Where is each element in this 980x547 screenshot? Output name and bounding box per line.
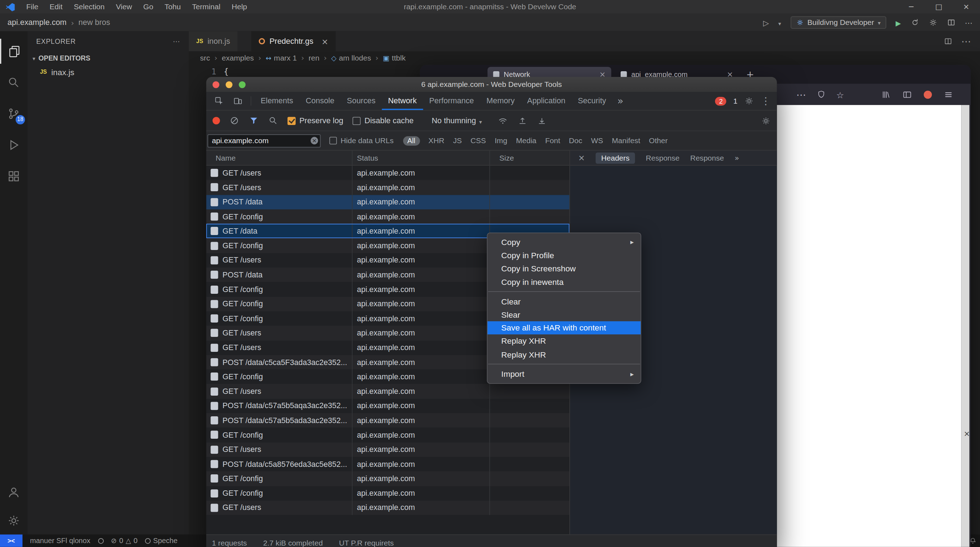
request-row[interactable]: POST /data/c5a8576eda3ac5e852... api.exa… [206,457,570,472]
network-settings-gear-icon[interactable] [761,116,771,126]
context-menu-item[interactable]: Slear [487,308,641,321]
activity-search[interactable] [0,70,27,95]
account-icon[interactable] [0,480,27,505]
request-type-filter[interactable]: Other [649,137,668,145]
library-icon[interactable] [881,90,891,99]
sidebar-toggle-icon[interactable] [902,90,912,99]
menu-item[interactable]: View [110,0,138,14]
clear-log-icon[interactable] [229,116,239,126]
context-menu-item[interactable]: Replay XHR [487,348,641,361]
more-actions-icon[interactable] [961,35,971,47]
request-row[interactable]: POST /data/c57a5b5ada3ac2e352... api.exa… [206,413,570,428]
menu-item[interactable]: Edit [44,0,68,14]
panel-tab[interactable]: Performance [423,92,480,110]
context-menu-item[interactable]: Copy [487,236,641,249]
browser-scrollbar[interactable] [961,105,969,547]
detail-tab[interactable]: Response [690,154,724,162]
request-row[interactable]: GET /config api.example.com [206,209,570,224]
refresh-icon[interactable] [910,18,919,27]
request-type-filter[interactable]: Img [495,137,507,145]
disable-cache-checkbox[interactable]: Disable cache [353,116,414,125]
sync-icon[interactable] [98,538,103,544]
bookmark-star-icon[interactable] [836,88,844,100]
close-detail-icon[interactable] [578,153,585,162]
minimize-traffic-light[interactable] [226,81,232,87]
context-menu-item[interactable]: Import [487,367,641,380]
request-type-filter[interactable]: Font [545,137,560,145]
request-row[interactable]: GET /users api.example.com [206,501,570,515]
request-type-filter[interactable]: WS [591,137,603,145]
column-status[interactable]: Status [353,151,490,165]
panel-tab[interactable]: Console [299,92,341,110]
error-badge[interactable]: 2 [716,97,727,105]
panel-tab[interactable]: Application [521,92,571,110]
breadcrumb-item[interactable]: src [200,54,210,63]
request-type-filter[interactable]: CSS [471,137,486,145]
settings-gear-icon[interactable] [928,18,937,27]
close-traffic-light[interactable] [213,81,220,87]
filter-input[interactable] [208,134,321,147]
explorer-more-icon[interactable] [173,37,180,45]
context-menu-item[interactable]: Clear [487,295,641,308]
branch-status[interactable]: manuer SFl qlonox [30,537,90,544]
request-type-filter[interactable]: All [403,136,420,145]
request-type-filter[interactable]: JS [453,137,462,145]
remote-indicator[interactable]: >< [0,534,22,547]
split-editor-icon[interactable] [944,37,953,46]
recording-indicator-icon[interactable] [924,91,932,99]
code-text[interactable]: { [224,67,229,76]
network-conditions-icon[interactable] [498,115,508,126]
activity-run-debug[interactable] [0,132,27,157]
breadcrumb-item[interactable]: ▣ ttblk [371,54,406,63]
editor-tab[interactable]: JS inon.js [189,31,237,51]
more-detail-tabs-icon[interactable] [735,154,739,162]
open-editor-item[interactable]: JS inax.js [27,65,189,79]
hide-data-urls-checkbox[interactable]: Hide data URLs [329,137,393,145]
hamburger-menu-icon[interactable] [944,90,953,99]
mode-status[interactable]: Speche [145,537,177,544]
menu-item[interactable]: Tohu [159,0,186,14]
more-panels-icon[interactable] [612,92,628,110]
close-icon[interactable] [953,0,980,14]
kebab-menu-icon[interactable] [760,95,771,107]
shield-icon[interactable] [817,90,826,99]
chevron-down-icon[interactable] [778,18,781,27]
breadcrumb-item[interactable]: examples [210,54,254,63]
context-menu-item[interactable]: Copy in Profile [487,249,641,262]
context-menu-item[interactable] [488,364,640,365]
panel-tab[interactable]: Network [382,92,423,110]
detail-tab[interactable]: Response [646,154,679,162]
workspace-breadcrumb[interactable]: api.example.com › new bros [0,18,110,27]
breadcrumb-item[interactable]: ◇ am llodes [320,54,371,63]
request-row[interactable]: GET /config api.example.com [206,472,570,486]
request-type-filter[interactable]: Media [516,137,536,145]
record-button[interactable] [213,117,220,124]
export-har-icon[interactable] [537,116,547,126]
detail-tab[interactable]: Headers [595,152,635,164]
menu-item[interactable]: File [21,0,44,14]
throttling-dropdown[interactable]: No thumning [431,116,482,126]
filter-funnel-icon[interactable] [249,116,259,126]
request-row[interactable]: GET /config api.example.com [206,486,570,501]
request-row[interactable]: GET /users api.example.com [206,165,570,180]
request-type-filter[interactable]: Doc [569,137,582,145]
request-row[interactable]: GET /users api.example.com [206,442,570,457]
request-row[interactable]: GET /users api.example.com [206,180,570,195]
menu-item[interactable]: Go [137,0,159,14]
tab-close-icon[interactable] [321,37,328,46]
more-actions-icon[interactable] [965,18,972,27]
column-size[interactable]: Size [490,151,570,165]
editor-tab-active[interactable]: Predechtr.gs [251,31,336,51]
context-menu-item[interactable]: Copy in Screenshow [487,262,641,275]
settings-gear-icon[interactable] [0,508,27,533]
panel-tab[interactable]: Security [571,92,612,110]
request-row[interactable]: POST /data api.example.com [206,195,570,209]
split-editor-icon[interactable] [947,18,955,27]
devtools-settings-gear-icon[interactable] [744,96,754,105]
import-har-icon[interactable] [517,116,527,126]
menu-item[interactable]: Selection [68,0,110,14]
request-row[interactable]: GET /config api.example.com [206,428,570,442]
run-button[interactable] [896,18,901,27]
panel-tab[interactable]: Sources [341,92,382,110]
context-menu-item[interactable] [488,291,640,292]
